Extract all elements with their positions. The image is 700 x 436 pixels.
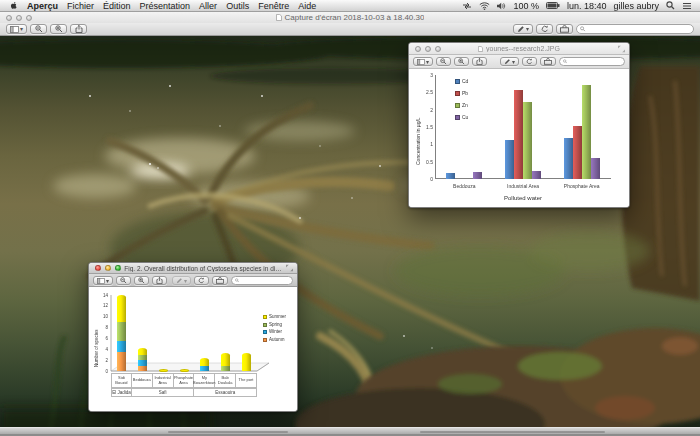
fig2-search-input[interactable] xyxy=(241,277,289,284)
markup-toolbar-button[interactable] xyxy=(540,57,556,66)
fig2-window-toolbar: ▾ ▾ xyxy=(89,274,297,287)
bar-pb xyxy=(573,126,582,179)
station-label: Beddouza xyxy=(132,373,153,388)
markup-pencil-button[interactable]: ▾ xyxy=(500,57,519,66)
cystoseira-plot-area xyxy=(111,295,257,371)
rotate-button[interactable] xyxy=(522,57,537,66)
fig2-search-field[interactable] xyxy=(231,276,293,285)
legend-label: Summer xyxy=(269,315,286,320)
main-search-field[interactable] xyxy=(576,24,694,34)
bar-cu xyxy=(473,172,482,179)
close-button[interactable] xyxy=(415,46,421,52)
research-window-titlebar[interactable]: younes--research2.JPG xyxy=(409,43,629,55)
close-button[interactable] xyxy=(6,15,12,21)
bar-cd xyxy=(505,140,514,179)
fig2-window-titlebar[interactable]: Fig. 2. Overall distribution of Cystosei… xyxy=(89,263,297,274)
search-icon xyxy=(563,59,567,64)
menubar-clock[interactable]: lun. 18:40 xyxy=(567,1,607,11)
legend-label: Cu xyxy=(462,115,468,120)
share-button[interactable] xyxy=(472,57,487,66)
y-tick-label: 3 xyxy=(413,72,433,78)
search-icon xyxy=(235,278,239,283)
text-smudge xyxy=(420,431,605,433)
rotate-button[interactable] xyxy=(194,276,209,285)
research-search-field[interactable] xyxy=(559,57,625,66)
menu-presentation[interactable]: Présentation xyxy=(140,1,191,11)
zoom-in-button[interactable] xyxy=(454,57,469,66)
menu-fenetre[interactable]: Fenêtre xyxy=(258,1,289,11)
research-search-input[interactable] xyxy=(569,58,621,65)
document-canvas: younes--research2.JPG ▾ ▾ xyxy=(0,36,700,436)
zoom-in-button[interactable] xyxy=(50,24,67,34)
fullscreen-icon[interactable] xyxy=(286,265,293,272)
main-window-titlebar[interactable]: Capture d'écran 2018-10-03 à 18.40.30 xyxy=(0,12,700,23)
zoom-out-button[interactable] xyxy=(116,276,131,285)
station-label: My Bouzerktoun xyxy=(194,373,215,388)
share-button[interactable] xyxy=(70,24,87,34)
document-proxy-icon[interactable] xyxy=(276,14,282,21)
view-menu-button[interactable]: ▾ xyxy=(413,57,433,66)
rotate-button[interactable] xyxy=(536,24,553,34)
menu-aller[interactable]: Aller xyxy=(199,1,217,11)
station-label: Bab Doukala xyxy=(215,373,236,388)
zoom-in-button[interactable] xyxy=(134,276,149,285)
main-toolbar: ▾ ▾ xyxy=(0,23,700,36)
zoom-out-button[interactable] xyxy=(30,24,47,34)
minimize-button[interactable] xyxy=(425,46,431,52)
markup-toolbar-button[interactable] xyxy=(556,24,573,34)
main-search-input[interactable] xyxy=(588,26,690,33)
research-image: Concentration in µg/L Polluted water 00.… xyxy=(409,69,629,208)
wifi-icon[interactable] xyxy=(479,2,490,10)
legend-label: Spring xyxy=(269,323,282,328)
spotlight-icon[interactable] xyxy=(666,1,675,10)
battery-icon[interactable] xyxy=(546,2,560,9)
rotate-left-icon xyxy=(541,25,549,33)
stack-segment-spring xyxy=(117,322,126,341)
volume-icon[interactable] xyxy=(497,2,506,10)
close-button[interactable] xyxy=(95,265,101,271)
zoom-button[interactable] xyxy=(435,46,441,52)
zoom-button[interactable] xyxy=(115,265,121,271)
category-label: Beddouza xyxy=(435,183,494,189)
legend-label: Autumn xyxy=(269,338,285,343)
menubar-app-name[interactable]: Aperçu xyxy=(27,1,58,11)
input-menu-icon[interactable] xyxy=(462,2,472,10)
view-menu-button[interactable]: ▾ xyxy=(6,24,27,34)
apple-menu[interactable] xyxy=(9,1,18,11)
menu-aide[interactable]: Aide xyxy=(298,1,316,11)
markup-pencil-button[interactable]: ▾ xyxy=(172,276,191,285)
research-window-toolbar: ▾ ▾ xyxy=(409,55,629,69)
station-label: The port xyxy=(236,373,257,388)
zoom-button[interactable] xyxy=(26,15,32,21)
view-menu-button[interactable]: ▾ xyxy=(93,276,113,285)
zoom-out-icon xyxy=(120,277,127,284)
research-window[interactable]: younes--research2.JPG ▾ ▾ xyxy=(408,42,630,208)
zoom-out-button[interactable] xyxy=(436,57,451,66)
legend-swatch xyxy=(455,79,460,84)
minimize-button[interactable] xyxy=(105,265,111,271)
y-tick-label: 0.5 xyxy=(413,159,433,165)
bar-zn xyxy=(523,102,532,179)
cystoseira-chart: Number of species 02468101214Sidi Bouzid… xyxy=(89,287,297,412)
markup-pencil-button[interactable]: ▾ xyxy=(513,24,533,34)
stack-segment-summer xyxy=(242,353,251,371)
menu-fichier[interactable]: Fichier xyxy=(67,1,94,11)
fig2-window[interactable]: Fig. 2. Overall distribution of Cystosei… xyxy=(88,262,298,412)
notification-center-icon[interactable] xyxy=(682,2,692,10)
share-button[interactable] xyxy=(152,276,167,285)
legend-swatch xyxy=(455,115,460,120)
menubar-user[interactable]: gilles aubry xyxy=(613,1,659,11)
fullscreen-icon[interactable] xyxy=(618,45,625,52)
y-tick-label: 12 xyxy=(97,303,108,308)
sidebar-view-icon xyxy=(417,59,425,65)
menu-outils[interactable]: Outils xyxy=(226,1,249,11)
fig2-window-title: Fig. 2. Overall distribution of Cystosei… xyxy=(124,265,282,272)
region-label-row: El JadidaSafiEssaouira xyxy=(111,388,257,397)
menu-edition[interactable]: Édition xyxy=(103,1,131,11)
battery-percent[interactable]: 100 % xyxy=(513,1,539,11)
hidden-window-sliver[interactable] xyxy=(0,427,700,436)
minimize-button[interactable] xyxy=(16,15,22,21)
stack-segment-winter xyxy=(117,341,126,352)
markup-toolbar-button[interactable] xyxy=(212,276,228,285)
legend-swatch xyxy=(455,103,460,108)
